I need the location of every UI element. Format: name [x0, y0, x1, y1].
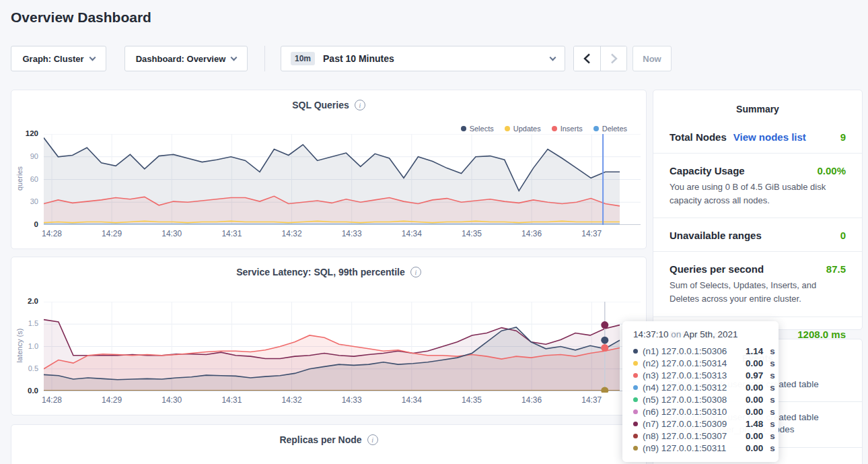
legend-item-deletes: Deletes — [593, 125, 627, 133]
y-axis-tick: 120 — [11, 129, 38, 137]
tooltip-node-row: (n5) 127.0.0.1:503080.00s — [633, 393, 769, 405]
qps-label: Queries per second — [670, 263, 764, 275]
x-axis-tick: 14:35 — [451, 229, 492, 238]
chart-hover-tooltip: 14:37:10 on Apr 5th, 2021 (n1) 127.0.0.1… — [622, 321, 779, 462]
sql-card-plot-area[interactable] — [44, 134, 641, 226]
time-forward-button[interactable] — [600, 46, 626, 71]
node-color-dot — [633, 434, 638, 438]
y-axis-tick: 90 — [11, 152, 38, 160]
node-latency-value: 0.00 — [746, 383, 763, 393]
x-axis-tick: 14:33 — [332, 229, 372, 238]
unavailable-ranges-label: Unavailable ranges — [670, 230, 762, 241]
summary-row-total-nodes: Total Nodes View nodes list 9 — [653, 120, 862, 154]
node-latency-value: 0.00 — [746, 431, 763, 441]
p99-latency-value: 1208.0 ms — [797, 329, 846, 340]
node-address: (n4) 127.0.0.1:50312 — [643, 383, 741, 393]
legend-item-selects: Selects — [461, 125, 494, 133]
highlighted-data-point — [601, 344, 608, 352]
chevron-right-icon — [610, 53, 618, 64]
unavailable-ranges-value: 0 — [840, 230, 846, 241]
y-axis-tick: 1.0 — [11, 342, 38, 350]
node-address: (n6) 127.0.0.1:50310 — [643, 407, 741, 417]
node-address: (n5) 127.0.0.1:50308 — [643, 395, 741, 405]
node-latency-value: 1.48 — [746, 419, 763, 429]
x-axis-tick: 14:29 — [92, 229, 132, 238]
node-color-dot — [633, 397, 638, 402]
chevron-down-icon — [231, 54, 238, 61]
legend-item-updates: Updates — [505, 125, 541, 133]
series-line — [44, 221, 620, 222]
sql-queries-legend: SelectsUpdatesInsertsDeletes — [461, 125, 627, 133]
legend-label: Updates — [513, 125, 541, 133]
sql-queries-chart-card: SQL Queries i SelectsUpdatesInsertsDelet… — [11, 90, 647, 249]
node-address: (n2) 127.0.0.1:50314 — [643, 358, 741, 368]
page-title: Overview Dashboard — [11, 9, 151, 26]
node-color-dot — [633, 446, 638, 451]
y-axis-tick: 1.5 — [11, 319, 38, 327]
tooltip-node-row: (n7) 127.0.0.1:503091.48s — [633, 418, 769, 430]
info-icon[interactable]: i — [367, 434, 378, 445]
node-latency-unit: s — [770, 443, 775, 453]
legend-dot — [505, 126, 510, 131]
qps-value: 87.5 — [826, 263, 846, 275]
legend-item-inserts: Inserts — [552, 125, 583, 133]
chevron-down-icon — [550, 54, 556, 61]
node-address: (n7) 127.0.0.1:50309 — [643, 419, 741, 429]
tooltip-node-row: (n9) 127.0.0.1:503110.00s — [633, 442, 769, 454]
legend-dot — [593, 126, 599, 131]
time-back-button[interactable] — [574, 46, 600, 71]
summary-panel: Summary Total Nodes View nodes list 9 Ca… — [653, 90, 863, 330]
tooltip-node-row: (n8) 127.0.0.1:503070.00s — [633, 430, 769, 442]
summary-row-capacity: Capacity Usage 0.00% You are using 0 B o… — [653, 154, 862, 218]
lat-card-plot-area[interactable] — [44, 302, 641, 393]
node-address: (n3) 127.0.0.1:50313 — [643, 370, 741, 380]
time-range-badge: 10m — [291, 52, 315, 65]
x-axis-tick: 14:32 — [272, 229, 312, 238]
x-axis-tick: 14:34 — [392, 395, 432, 405]
controls-divider — [264, 46, 265, 71]
legend-label: Inserts — [560, 125, 583, 133]
qps-description: Sum of Selects, Updates, Inserts, and De… — [670, 279, 844, 306]
x-axis-tick: 14:37 — [571, 395, 612, 405]
x-axis-tick: 14:30 — [151, 395, 192, 405]
node-latency-unit: s — [770, 370, 775, 380]
tooltip-node-row: (n3) 127.0.0.1:503130.97s — [633, 369, 769, 381]
node-latency-unit: s — [770, 383, 775, 393]
node-latency-unit: s — [770, 395, 775, 405]
node-color-dot — [633, 361, 638, 366]
node-latency-unit: s — [770, 407, 775, 417]
node-latency-value: 0.97 — [746, 370, 763, 380]
service-latency-chart-title: Service Latency: SQL, 99th percentile — [236, 267, 405, 277]
sql-queries-chart-title: SQL Queries — [292, 100, 349, 110]
x-axis-tick: 14:31 — [211, 395, 252, 405]
x-axis-tick: 14:30 — [151, 229, 192, 238]
node-color-dot — [633, 385, 638, 390]
y-axis-tick: 0.5 — [11, 364, 38, 372]
graph-dropdown[interactable]: Graph: Cluster — [11, 46, 106, 71]
node-latency-value: 0.00 — [746, 395, 763, 405]
x-axis-tick: 14:36 — [511, 395, 552, 405]
time-range-label: Past 10 Minutes — [323, 53, 394, 64]
x-axis-tick: 14:33 — [332, 395, 372, 405]
x-axis-tick: 14:28 — [32, 395, 72, 405]
info-icon[interactable]: i — [355, 100, 365, 110]
view-nodes-list-link[interactable]: View nodes list — [733, 131, 806, 143]
node-address: (n9) 127.0.0.1:50311 — [643, 443, 741, 453]
dashboard-dropdown[interactable]: Dashboard: Overview — [124, 46, 248, 71]
total-nodes-label: Total Nodes — [670, 131, 727, 143]
y-axis-tick: 30 — [11, 197, 38, 205]
x-axis-tick: 14:37 — [571, 229, 612, 238]
node-color-dot — [633, 422, 638, 426]
y-axis-tick: 2.0 — [11, 297, 38, 305]
tooltip-node-row: (n4) 127.0.0.1:503120.00s — [633, 381, 769, 393]
node-latency-value: 0.00 — [746, 407, 763, 417]
x-axis-tick: 14:29 — [92, 395, 132, 405]
capacity-usage-label: Capacity Usage — [670, 165, 745, 176]
info-icon[interactable]: i — [410, 267, 421, 277]
capacity-usage-value: 0.00% — [817, 165, 846, 176]
x-axis-tick: 14:35 — [451, 395, 492, 405]
legend-label: Deletes — [602, 125, 627, 133]
time-range-picker[interactable]: 10m Past 10 Minutes — [281, 46, 565, 71]
now-button[interactable]: Now — [632, 46, 672, 71]
y-axis-tick: 0.0 — [11, 387, 38, 395]
